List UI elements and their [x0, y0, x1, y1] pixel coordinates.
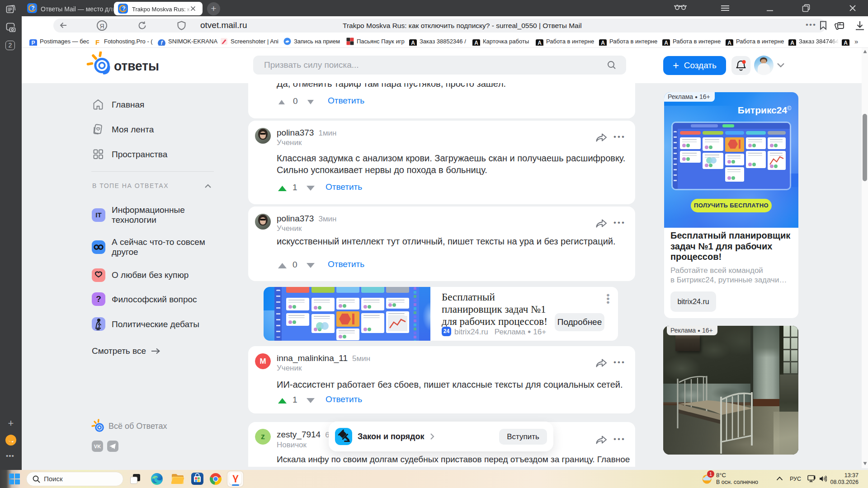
svg-text:?: ?	[31, 5, 34, 11]
svg-text:?: ?	[122, 5, 125, 12]
svg-text:VK: VK	[94, 444, 101, 449]
svg-text:ответы: ответы	[114, 59, 159, 73]
